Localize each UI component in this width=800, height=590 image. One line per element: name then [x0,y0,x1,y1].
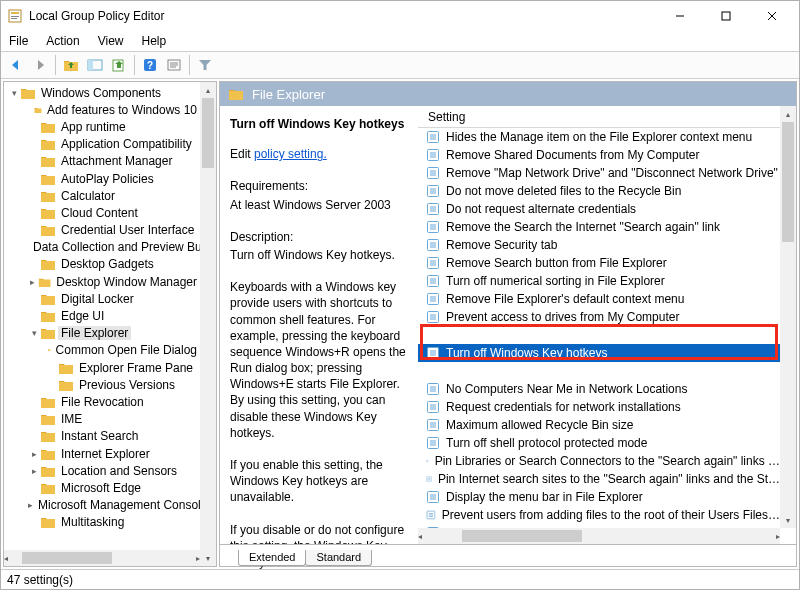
tree-item[interactable]: Calculator [4,187,200,204]
scroll-right-arrow[interactable]: ▸ [776,528,780,544]
folder-icon [58,361,74,375]
setting-row[interactable]: Remove File Explorer's default context m… [418,290,780,308]
setting-row[interactable]: Prevent users from adding files to the r… [418,506,780,524]
toolbar: ? [1,51,799,79]
tree-label: Credential User Interface [58,223,197,237]
setting-row[interactable]: Turn off Windows Key hotkeys [418,344,780,362]
edit-policy-link[interactable]: policy setting. [254,147,327,161]
tree-label: Attachment Manager [58,154,175,168]
tree-item[interactable]: IME [4,411,200,428]
tree-item[interactable]: Add features to Windows 10 [4,101,200,118]
menu-file[interactable]: File [7,34,30,48]
tree-item[interactable]: Microsoft Edge [4,479,200,496]
setting-row[interactable] [418,326,780,344]
tree-item[interactable]: ▸Internet Explorer [4,445,200,462]
setting-row[interactable]: Do not move deleted files to the Recycle… [418,182,780,200]
scroll-down-arrow[interactable]: ▾ [780,512,796,528]
tree-item[interactable]: AutoPlay Policies [4,170,200,187]
expander-icon[interactable]: ▸ [28,449,40,459]
setting-row[interactable]: Do not request alternate credentials [418,200,780,218]
menu-view[interactable]: View [96,34,126,48]
setting-row[interactable]: Pin Libraries or Search Connectors to th… [418,452,780,470]
folder-icon [40,429,56,443]
folder-icon [40,395,56,409]
export-button[interactable] [108,54,130,76]
folder-icon [40,206,56,220]
scroll-right-arrow[interactable]: ▸ [196,550,200,566]
settings-column-header[interactable]: Setting [418,106,780,128]
help-button[interactable]: ? [139,54,161,76]
list-horizontal-scrollbar[interactable]: ◂ ▸ [418,528,780,544]
tree-item[interactable]: File Revocation [4,393,200,410]
scroll-thumb[interactable] [782,122,794,242]
setting-row[interactable]: Remove the Search the Internet "Search a… [418,218,780,236]
back-button[interactable] [5,54,27,76]
filter-button[interactable] [194,54,216,76]
expander-icon[interactable]: ▸ [28,500,33,510]
scroll-thumb[interactable] [202,98,214,168]
setting-row[interactable] [418,362,780,380]
up-folder-button[interactable] [60,54,82,76]
setting-row[interactable]: Maximum allowed Recycle Bin size [418,416,780,434]
tree-item[interactable]: Digital Locker [4,290,200,307]
forward-button[interactable] [29,54,51,76]
tree-item[interactable]: Instant Search [4,428,200,445]
list-vertical-scrollbar[interactable]: ▴ ▾ [780,106,796,528]
setting-row[interactable]: Turn off numerical sorting in File Explo… [418,272,780,290]
setting-row[interactable]: No Computers Near Me in Network Location… [418,380,780,398]
expander-icon[interactable]: ▸ [28,466,40,476]
tree-item[interactable]: Multitasking [4,514,200,531]
setting-label: Remove the Search the Internet "Search a… [446,220,720,234]
setting-row[interactable]: Remove Shared Documents from My Computer [418,146,780,164]
tree-item[interactable]: ▸Desktop Window Manager [4,273,200,290]
setting-row[interactable]: Remove "Map Network Drive" and "Disconne… [418,164,780,182]
expander-icon[interactable]: ▾ [28,328,40,338]
setting-row[interactable]: Remove Search button from File Explorer [418,254,780,272]
menu-action[interactable]: Action [44,34,81,48]
setting-row[interactable]: Hides the Manage item on the File Explor… [418,128,780,146]
tree-item[interactable]: Cloud Content [4,204,200,221]
tree-item[interactable]: ▸Microsoft Management Consol [4,497,200,514]
tab-extended[interactable]: Extended [238,550,306,566]
tree-label: Edge UI [58,309,107,323]
properties-button[interactable] [163,54,185,76]
scroll-down-arrow[interactable]: ▾ [200,550,216,566]
tree-item[interactable]: Application Compatibility [4,136,200,153]
tree-vertical-scrollbar[interactable]: ▴ ▾ [200,82,216,566]
setting-row[interactable]: Request credentials for network installa… [418,398,780,416]
tree-item[interactable]: ▸Location and Sensors [4,462,200,479]
tree-item[interactable]: Credential User Interface [4,222,200,239]
tree-root[interactable]: ▾Windows Components [4,84,200,101]
tree-item[interactable]: ▾File Explorer [4,325,200,342]
tree-item[interactable]: Desktop Gadgets [4,256,200,273]
scroll-up-arrow[interactable]: ▴ [780,106,796,122]
setting-row[interactable]: Pin Internet search sites to the "Search… [418,470,780,488]
tree-horizontal-scrollbar[interactable]: ◂ ▸ [4,550,200,566]
menu-help[interactable]: Help [140,34,169,48]
setting-row[interactable]: Turn off shell protocol protected mode [418,434,780,452]
tree-item[interactable]: Previous Versions [4,376,200,393]
tree-item[interactable]: App runtime [4,118,200,135]
setting-label: Prevent users from adding files to the r… [442,508,780,522]
minimize-button[interactable] [657,1,703,31]
setting-row[interactable]: Remove Security tab [418,236,780,254]
tree-item[interactable]: Explorer Frame Pane [4,359,200,376]
settings-list-panel: Setting Hides the Manage item on the Fil… [418,106,796,544]
tree-item[interactable]: Common Open File Dialog [4,342,200,359]
maximize-button[interactable] [703,1,749,31]
close-button[interactable] [749,1,795,31]
scroll-up-arrow[interactable]: ▴ [200,82,216,98]
setting-icon [426,472,432,486]
hscroll-thumb[interactable] [22,552,112,564]
setting-row[interactable]: Prevent access to drives from My Compute… [418,308,780,326]
setting-row[interactable]: Display the menu bar in File Explorer [418,488,780,506]
tree-item[interactable]: Attachment Manager [4,153,200,170]
expander-icon[interactable]: ▸ [28,277,38,287]
tree-item[interactable]: Edge UI [4,307,200,324]
content-body: ▾Windows ComponentsAdd features to Windo… [1,79,799,569]
hscroll-thumb[interactable] [462,530,582,542]
folder-icon [58,378,74,392]
tree-item[interactable]: Data Collection and Preview Bu [4,239,200,256]
tab-standard[interactable]: Standard [305,550,372,566]
show-tree-button[interactable] [84,54,106,76]
